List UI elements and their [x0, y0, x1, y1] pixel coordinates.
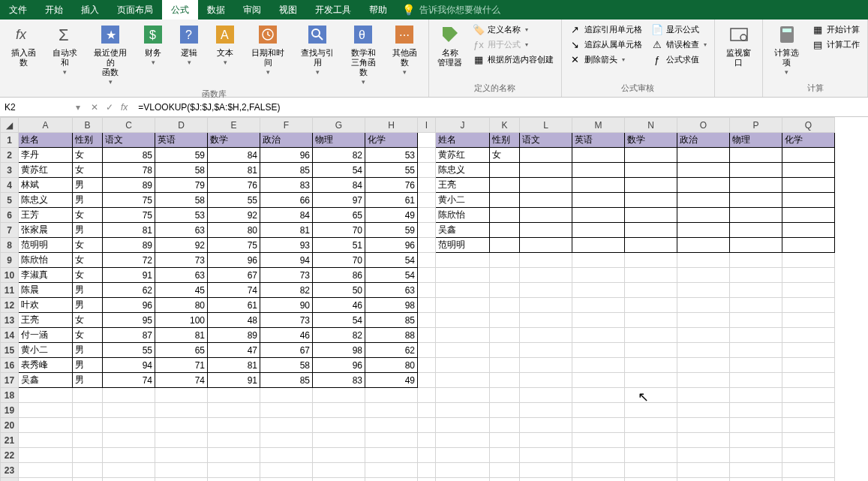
remove-arrows-button[interactable]: ✕删除箭头▾: [568, 53, 644, 66]
cell-C1[interactable]: 语文: [103, 133, 155, 148]
cell-H8[interactable]: 96: [365, 238, 418, 253]
cell-K17[interactable]: [490, 373, 520, 388]
calculate-sheet-button[interactable]: ▤计算工作: [810, 38, 861, 51]
cell-N5[interactable]: [625, 193, 677, 208]
cell-D23[interactable]: [155, 463, 208, 478]
cell-L11[interactable]: [520, 283, 572, 298]
cell-N20[interactable]: [625, 418, 677, 433]
cell-H5[interactable]: 61: [365, 193, 418, 208]
cell-B8[interactable]: 女: [73, 238, 103, 253]
cell-N10[interactable]: [625, 268, 677, 283]
row-header-3[interactable]: 3: [1, 163, 19, 178]
cell-E12[interactable]: 61: [208, 298, 260, 313]
cell-A7[interactable]: 张家晨: [19, 223, 73, 238]
cell-N24[interactable]: [625, 478, 677, 482]
cell-M7[interactable]: [572, 223, 625, 238]
cell-E22[interactable]: [208, 448, 260, 463]
cell-B5[interactable]: 男: [73, 193, 103, 208]
cell-M4[interactable]: [572, 178, 625, 193]
cell-G20[interactable]: [313, 418, 365, 433]
cell-B18[interactable]: [73, 388, 103, 403]
cell-F15[interactable]: 67: [260, 343, 313, 358]
cell-C20[interactable]: [103, 418, 155, 433]
cell-A24[interactable]: [19, 478, 73, 482]
cell-M17[interactable]: [572, 373, 625, 388]
cell-I7[interactable]: [418, 223, 436, 238]
create-from-selection-button[interactable]: ▦根据所选内容创建: [471, 53, 555, 66]
cell-J20[interactable]: [436, 418, 490, 433]
cell-L16[interactable]: [520, 358, 572, 373]
cell-G4[interactable]: 84: [313, 178, 365, 193]
cell-L19[interactable]: [520, 403, 572, 418]
cell-G8[interactable]: 51: [313, 238, 365, 253]
cell-H6[interactable]: 49: [365, 208, 418, 223]
cell-Q14[interactable]: [782, 328, 835, 343]
cell-P20[interactable]: [730, 418, 782, 433]
cell-C6[interactable]: 75: [103, 208, 155, 223]
cell-C3[interactable]: 78: [103, 163, 155, 178]
cell-O23[interactable]: [677, 463, 730, 478]
cell-N4[interactable]: [625, 178, 677, 193]
cell-K1[interactable]: 性别: [490, 133, 520, 148]
col-header-F[interactable]: F: [260, 118, 313, 133]
cell-M13[interactable]: [572, 313, 625, 328]
col-header-P[interactable]: P: [730, 118, 782, 133]
cell-A3[interactable]: 黄苏红: [19, 163, 73, 178]
select-all-corner[interactable]: ◢: [1, 118, 19, 133]
menu-页面布局[interactable]: 页面布局: [108, 0, 162, 20]
cell-J21[interactable]: [436, 433, 490, 448]
cell-B17[interactable]: 男: [73, 373, 103, 388]
cell-O3[interactable]: [677, 163, 730, 178]
cell-C13[interactable]: 95: [103, 313, 155, 328]
cell-M15[interactable]: [572, 343, 625, 358]
cell-B23[interactable]: [73, 463, 103, 478]
row-header-7[interactable]: 7: [1, 223, 19, 238]
cell-A11[interactable]: 陈晨: [19, 283, 73, 298]
cell-F8[interactable]: 93: [260, 238, 313, 253]
cell-O20[interactable]: [677, 418, 730, 433]
cell-M9[interactable]: [572, 253, 625, 268]
cell-H16[interactable]: 80: [365, 358, 418, 373]
cell-F5[interactable]: 66: [260, 193, 313, 208]
cell-L4[interactable]: [520, 178, 572, 193]
row-header-20[interactable]: 20: [1, 418, 19, 433]
menu-公式[interactable]: 公式: [162, 0, 198, 20]
cell-I19[interactable]: [418, 403, 436, 418]
cell-P14[interactable]: [730, 328, 782, 343]
cell-M21[interactable]: [572, 433, 625, 448]
cell-Q9[interactable]: [782, 253, 835, 268]
cell-C17[interactable]: 74: [103, 373, 155, 388]
cell-N3[interactable]: [625, 163, 677, 178]
row-header-17[interactable]: 17: [1, 373, 19, 388]
cell-H14[interactable]: 88: [365, 328, 418, 343]
cell-P13[interactable]: [730, 313, 782, 328]
cell-K9[interactable]: [490, 253, 520, 268]
cell-J18[interactable]: [436, 388, 490, 403]
row-header-8[interactable]: 8: [1, 238, 19, 253]
cell-K3[interactable]: [490, 163, 520, 178]
cell-J16[interactable]: [436, 358, 490, 373]
col-header-Q[interactable]: Q: [782, 118, 835, 133]
cell-N19[interactable]: [625, 403, 677, 418]
cell-N16[interactable]: [625, 358, 677, 373]
col-header-L[interactable]: L: [520, 118, 572, 133]
cell-A23[interactable]: [19, 463, 73, 478]
cell-D20[interactable]: [155, 418, 208, 433]
cell-F21[interactable]: [260, 433, 313, 448]
menu-文件[interactable]: 文件: [0, 0, 36, 20]
cell-P2[interactable]: [730, 148, 782, 163]
cell-J1[interactable]: 姓名: [436, 133, 490, 148]
cell-N18[interactable]: [625, 388, 677, 403]
cell-D8[interactable]: 92: [155, 238, 208, 253]
cell-K6[interactable]: [490, 208, 520, 223]
cell-C4[interactable]: 89: [103, 178, 155, 193]
cell-K15[interactable]: [490, 343, 520, 358]
cell-O5[interactable]: [677, 193, 730, 208]
cell-H4[interactable]: 76: [365, 178, 418, 193]
row-header-14[interactable]: 14: [1, 328, 19, 343]
cell-Q10[interactable]: [782, 268, 835, 283]
cell-M18[interactable]: [572, 388, 625, 403]
cell-I3[interactable]: [418, 163, 436, 178]
cell-B24[interactable]: [73, 478, 103, 482]
cell-N2[interactable]: [625, 148, 677, 163]
